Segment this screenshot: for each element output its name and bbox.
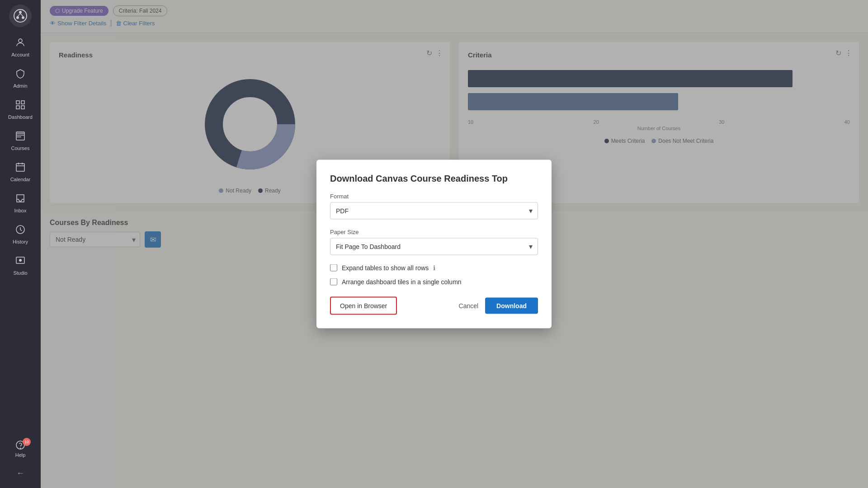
sidebar-item-dashboard-label: Dashboard [8, 114, 33, 120]
svg-point-6 [19, 39, 22, 42]
sidebar-bottom: 10 Help ← [0, 434, 41, 483]
history-icon [15, 224, 26, 237]
sidebar-item-history[interactable]: History [0, 219, 41, 250]
expand-tables-row: Expand tables to show all rows ℹ [330, 264, 538, 272]
sidebar: Account Admin Dashboard Courses [0, 0, 41, 488]
svg-rect-7 [16, 101, 19, 104]
expand-tables-label: Expand tables to show all rows [342, 264, 429, 272]
format-label: Format [330, 193, 538, 200]
sidebar-item-dashboard[interactable]: Dashboard [0, 94, 41, 125]
sidebar-item-account[interactable]: Account [0, 32, 41, 63]
svg-point-18 [19, 259, 22, 262]
dashboard-icon [15, 99, 26, 113]
svg-rect-12 [16, 164, 24, 171]
collapse-icon: ← [16, 469, 24, 478]
calendar-icon [15, 162, 26, 175]
sidebar-item-inbox-label: Inbox [14, 208, 27, 213]
sidebar-item-help-label: Help [15, 452, 26, 458]
svg-rect-9 [16, 106, 19, 109]
help-badge-count: 10 [23, 438, 31, 446]
sidebar-item-courses-label: Courses [11, 145, 30, 151]
single-column-label: Arrange dashboard tiles in a single colu… [342, 278, 462, 286]
download-modal: Download Canvas Course Readiness Top For… [316, 160, 552, 328]
format-select[interactable]: PDF CSV Excel [330, 202, 538, 220]
admin-icon [15, 68, 26, 81]
sidebar-item-inbox[interactable]: Inbox [0, 188, 41, 219]
inbox-icon [15, 193, 26, 206]
open-in-browser-button[interactable]: Open in Browser [330, 297, 397, 315]
account-icon [15, 37, 26, 50]
sidebar-item-studio-label: Studio [13, 270, 27, 276]
svg-rect-10 [21, 106, 24, 109]
modal-actions: Open in Browser Cancel Download [330, 297, 538, 315]
svg-point-20 [20, 448, 21, 449]
svg-line-5 [18, 14, 20, 16]
format-select-wrapper: PDF CSV Excel [330, 202, 538, 220]
sidebar-item-admin-label: Admin [13, 83, 27, 89]
single-column-row: Arrange dashboard tiles in a single colu… [330, 278, 538, 286]
expand-tables-info-icon[interactable]: ℹ [433, 264, 435, 272]
sidebar-item-courses[interactable]: Courses [0, 125, 41, 156]
cancel-button[interactable]: Cancel [459, 302, 479, 310]
courses-icon [15, 131, 26, 144]
svg-point-1 [19, 11, 22, 14]
sidebar-item-admin[interactable]: Admin [0, 63, 41, 94]
svg-point-2 [22, 16, 24, 19]
sidebar-item-calendar-label: Calendar [10, 177, 31, 182]
sidebar-item-history-label: History [13, 239, 28, 244]
paper-size-select[interactable]: Fit Page To Dashboard Letter A4 [330, 238, 538, 255]
expand-tables-checkbox[interactable] [330, 264, 337, 272]
sidebar-item-help[interactable]: 10 Help [0, 434, 41, 463]
svg-point-3 [16, 16, 19, 19]
svg-rect-8 [21, 101, 24, 104]
download-button[interactable]: Download [485, 298, 538, 314]
sidebar-collapse-button[interactable]: ← [0, 463, 41, 483]
paper-size-select-wrapper: Fit Page To Dashboard Letter A4 [330, 238, 538, 255]
app-logo[interactable] [9, 5, 32, 27]
paper-size-label: Paper Size [330, 229, 538, 235]
modal-title: Download Canvas Course Readiness Top [330, 174, 538, 184]
sidebar-item-account-label: Account [11, 52, 29, 57]
svg-line-4 [20, 14, 23, 16]
studio-icon [15, 255, 26, 268]
single-column-checkbox[interactable] [330, 278, 337, 286]
sidebar-item-studio[interactable]: Studio [0, 250, 41, 281]
sidebar-item-calendar[interactable]: Calendar [0, 156, 41, 188]
